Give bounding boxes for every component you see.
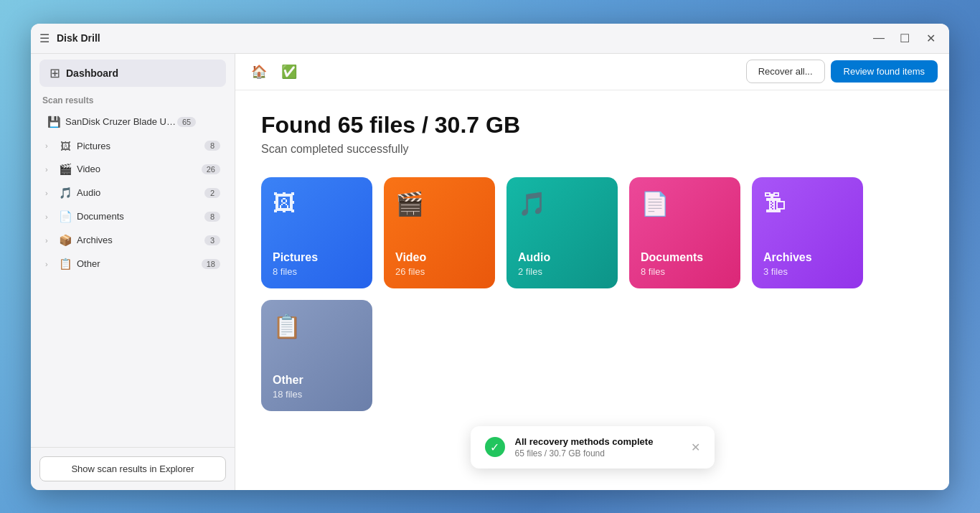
sidebar-item-video[interactable]: › 🎬 Video 26 (37, 158, 229, 181)
sidebar-item-pictures[interactable]: › 🖼 Pictures 8 (37, 135, 229, 157)
toast-close-button[interactable]: ✕ (691, 441, 700, 454)
other-card-icon: 📋 (273, 313, 301, 340)
file-card-count-other: 18 files (273, 389, 302, 400)
sidebar-item-count-audio: 2 (204, 188, 220, 198)
sidebar-item-other[interactable]: › 📋 Other 18 (37, 253, 229, 276)
sidebar-item-label-other: Other (74, 258, 202, 269)
check-button[interactable]: ✅ (277, 60, 301, 84)
file-card-count-archives: 3 files (763, 266, 788, 277)
sidebar-item-count-archives: 3 (204, 235, 220, 245)
show-explorer-button[interactable]: Show scan results in Explorer (39, 456, 226, 481)
toast-text: All recovery methods complete 65 files /… (515, 436, 681, 458)
disk-item-count: 65 (177, 117, 196, 127)
archives-icon: 📦 (57, 234, 74, 247)
video-card-icon: 🎬 (395, 190, 424, 217)
main-layout: ⊞ Dashboard Scan results 💾 SanDisk Cruze… (31, 54, 949, 490)
sidebar-item-label-pictures: Pictures (74, 141, 204, 151)
documents-icon: 📄 (57, 210, 74, 223)
file-card-audio[interactable]: 🎵 Audio 2 files (507, 177, 618, 288)
file-card-pictures[interactable]: 🖼 Pictures 8 files (261, 177, 372, 288)
toast-title: All recovery methods complete (515, 436, 681, 447)
chevron-icon: › (45, 189, 57, 197)
file-card-name-archives: Archives (763, 250, 812, 264)
file-card-count-documents: 8 files (641, 266, 665, 277)
content-area: 🏠 ✅ Recover all... Review found items Fo… (235, 54, 949, 490)
file-card-name-video: Video (395, 250, 426, 264)
content-body: Found 65 files / 30.7 GB Scan completed … (235, 90, 949, 490)
sidebar-item-label-audio: Audio (74, 187, 204, 198)
file-card-count-pictures: 8 files (273, 266, 297, 277)
toast-check-icon: ✓ (485, 437, 505, 457)
home-button[interactable]: 🏠 (247, 60, 271, 84)
pictures-icon: 🖼 (57, 140, 74, 152)
minimize-button[interactable]: — (869, 28, 889, 48)
maximize-button[interactable]: ☐ (895, 28, 915, 48)
toast-notification: ✓ All recovery methods complete 65 files… (471, 426, 715, 469)
pictures-card-icon: 🖼 (273, 190, 296, 217)
file-card-name-audio: Audio (518, 250, 550, 264)
sidebar-items-list: › 🖼 Pictures 8 › 🎬 Video 26 › 🎵 Audio 2 … (31, 134, 235, 276)
sidebar-item-count-documents: 8 (204, 212, 220, 222)
file-card-name-pictures: Pictures (273, 250, 318, 264)
found-subtitle: Scan completed successfully (261, 143, 923, 156)
video-icon: 🎬 (57, 163, 74, 176)
other-icon: 📋 (57, 258, 74, 270)
audio-card-icon: 🎵 (518, 190, 547, 217)
sidebar-item-label-documents: Documents (74, 211, 204, 222)
audio-icon: 🎵 (57, 187, 74, 199)
disk-icon: 💾 (45, 116, 62, 128)
chevron-icon: › (45, 141, 57, 150)
disk-item[interactable]: 💾 SanDisk Cruzer Blade US... 65 (37, 110, 229, 133)
scan-results-label: Scan results (31, 93, 235, 110)
found-title: Found 65 files / 30.7 GB (261, 112, 923, 138)
file-card-archives[interactable]: 🗜 Archives 3 files (752, 177, 863, 288)
dashboard-label: Dashboard (66, 67, 118, 79)
sidebar-item-count-video: 26 (202, 164, 220, 174)
file-card-count-video: 26 files (395, 266, 425, 277)
file-card-documents[interactable]: 📄 Documents 8 files (629, 177, 740, 288)
menu-icon[interactable]: ☰ (39, 32, 50, 45)
dashboard-item[interactable]: ⊞ Dashboard (39, 60, 226, 87)
sidebar-item-label-archives: Archives (74, 235, 204, 245)
content-header: 🏠 ✅ Recover all... Review found items (235, 54, 949, 90)
sidebar-item-documents[interactable]: › 📄 Documents 8 (37, 205, 229, 228)
documents-card-icon: 📄 (641, 190, 669, 217)
archives-card-icon: 🗜 (763, 190, 786, 217)
sidebar-item-archives[interactable]: › 📦 Archives 3 (37, 229, 229, 252)
disk-item-label: SanDisk Cruzer Blade US... (62, 116, 177, 127)
sidebar-footer: Show scan results in Explorer (31, 447, 235, 490)
close-button[interactable]: ✕ (920, 28, 941, 48)
review-found-items-button[interactable]: Review found items (831, 60, 938, 83)
toast-subtitle: 65 files / 30.7 GB found (515, 448, 681, 458)
sidebar-item-count-other: 18 (202, 259, 220, 269)
title-bar: ☰ Disk Drill — ☐ ✕ (31, 24, 949, 54)
sidebar-item-label-video: Video (74, 164, 202, 174)
chevron-icon: › (45, 165, 57, 174)
sidebar-item-count-pictures: 8 (204, 141, 220, 151)
grid-icon: ⊞ (50, 65, 60, 81)
file-card-name-documents: Documents (641, 250, 703, 264)
chevron-icon: › (45, 260, 57, 268)
file-card-video[interactable]: 🎬 Video 26 files (384, 177, 495, 288)
chevron-icon: › (45, 236, 57, 245)
file-card-name-other: Other (273, 373, 303, 387)
file-cards: 🖼 Pictures 8 files 🎬 Video 26 files 🎵 Au… (261, 177, 923, 411)
app-window: ☰ Disk Drill — ☐ ✕ ⊞ Dashboard Scan resu… (31, 24, 949, 490)
app-title: Disk Drill (57, 32, 869, 44)
window-controls: — ☐ ✕ (869, 28, 941, 48)
sidebar: ⊞ Dashboard Scan results 💾 SanDisk Cruze… (31, 54, 235, 490)
file-card-count-audio: 2 files (518, 266, 542, 277)
chevron-icon: › (45, 212, 57, 221)
sidebar-item-audio[interactable]: › 🎵 Audio 2 (37, 182, 229, 204)
recover-all-button[interactable]: Recover all... (746, 60, 825, 83)
file-card-other[interactable]: 📋 Other 18 files (261, 300, 372, 411)
